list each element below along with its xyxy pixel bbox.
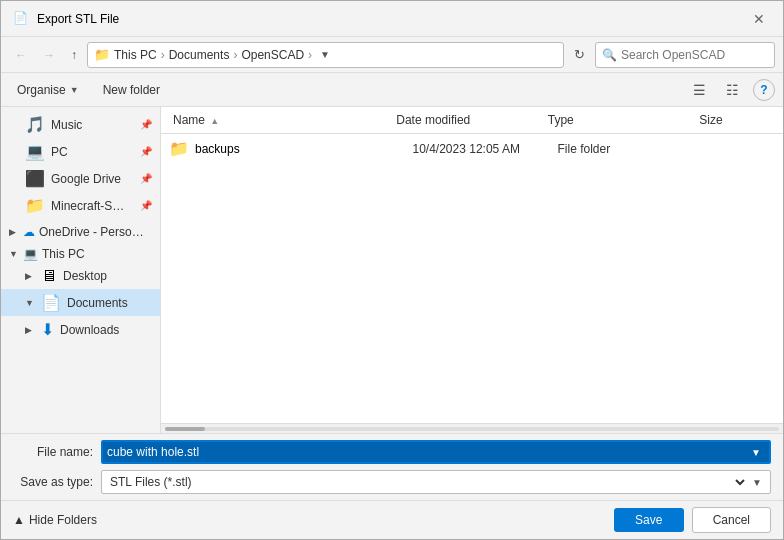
file-list: 📁 backups 10/4/2023 12:05 AM File folder [161,134,783,423]
thispc-arrow: ▼ [9,249,19,259]
file-name: backups [195,142,413,156]
new-folder-label: New folder [103,83,160,97]
pin-icon: 📌 [140,119,152,130]
col-header-date[interactable]: Date modified [392,111,544,129]
onedrive-label: OneDrive - Perso… [39,225,144,239]
close-button[interactable]: ✕ [747,9,771,29]
breadcrumb-folder-icon: 📁 [94,47,110,62]
filename-input-wrapper[interactable]: ▼ [101,440,771,464]
search-icon: 🔍 [602,48,617,62]
savetype-dropdown-button[interactable]: ▼ [748,477,766,488]
sort-arrow: ▲ [210,116,219,126]
back-button[interactable]: ← [9,44,33,66]
breadcrumb-sep-1: › [161,48,165,62]
refresh-button[interactable]: ↻ [568,43,591,66]
file-row-backups[interactable]: 📁 backups 10/4/2023 12:05 AM File folder [161,136,783,161]
hide-folders-button[interactable]: ▲ Hide Folders [13,513,97,527]
breadcrumb-sep-3: › [308,48,312,62]
onedrive-arrow: ▶ [9,227,19,237]
pin-icon: 📌 [140,146,152,157]
downloads-icon: ⬇ [41,320,54,339]
organise-label: Organise [17,83,66,97]
desktop-icon: 🖥 [41,267,57,285]
downloads-arrow: ▶ [25,325,35,335]
sidebar-item-pc[interactable]: 💻 PC 📌 [1,138,160,165]
filename-dropdown-button[interactable]: ▼ [747,447,765,458]
nav-bar: ← → ↑ 📁 This PC › Documents › OpenSCAD ›… [1,37,783,73]
toolbar: Organise ▼ New folder ☰ ☷ ? [1,73,783,107]
view-list-button[interactable]: ☰ [687,79,712,101]
cancel-button[interactable]: Cancel [692,507,771,533]
search-input[interactable] [621,48,768,62]
sidebar-item-label: Google Drive [51,172,134,186]
breadcrumb-thispc: This PC [114,48,157,62]
googledrive-icon: ⬛ [25,169,45,188]
forward-button[interactable]: → [37,44,61,66]
breadcrumb-documents: Documents [169,48,230,62]
title-bar-left: 📄 Export STL File [13,11,119,27]
thispc-label: This PC [42,247,85,261]
onedrive-icon: ☁ [23,225,35,239]
savetype-select[interactable]: STL Files (*.stl) [106,474,748,490]
savetype-label: Save as type: [13,475,93,489]
sidebar-item-minecraft[interactable]: 📁 Minecraft-S… 📌 [1,192,160,219]
organise-dropdown-arrow: ▼ [70,85,79,95]
file-type: File folder [558,142,703,156]
sidebar-item-label: PC [51,145,134,159]
savetype-row: Save as type: STL Files (*.stl) ▼ [13,470,771,494]
col-header-type[interactable]: Type [544,111,696,129]
file-list-header: Name ▲ Date modified Type Size [161,107,783,134]
folder-icon: 📁 [169,139,189,158]
up-button[interactable]: ↑ [65,44,83,66]
breadcrumb-sep-2: › [233,48,237,62]
sidebar-item-label: Desktop [63,269,152,283]
sidebar-thispc[interactable]: ▼ 💻 This PC [1,241,160,263]
help-button[interactable]: ? [753,79,775,101]
filename-label: File name: [13,445,93,459]
dialog-title: Export STL File [37,12,119,26]
sidebar-item-music[interactable]: 🎵 Music 📌 [1,111,160,138]
main-area: 🎵 Music 📌 💻 PC 📌 ⬛ Google Drive 📌 [1,107,783,433]
sidebar-onedrive[interactable]: ▶ ☁ OneDrive - Perso… [1,219,160,241]
dialog-icon: 📄 [13,11,29,27]
new-folder-button[interactable]: New folder [95,79,168,101]
organise-button[interactable]: Organise ▼ [9,79,87,101]
view-details-button[interactable]: ☷ [720,79,745,101]
documents-icon: 📄 [41,293,61,312]
pc-icon: 💻 [25,142,45,161]
search-bar[interactable]: 🔍 [595,42,775,68]
sidebar-item-label: Minecraft-S… [51,199,134,213]
hide-folders-label: Hide Folders [29,513,97,527]
breadcrumb-dropdown-arrow[interactable]: ▼ [320,49,330,60]
sidebar: 🎵 Music 📌 💻 PC 📌 ⬛ Google Drive 📌 [1,107,161,433]
desktop-arrow: ▶ [25,271,35,281]
action-row: ▲ Hide Folders Save Cancel [1,500,783,539]
pin-icon: 📌 [140,200,152,211]
title-bar: 📄 Export STL File ✕ [1,1,783,37]
file-area: Name ▲ Date modified Type Size 📁 backups [161,107,783,433]
documents-arrow: ▼ [25,298,35,308]
savetype-select-wrapper[interactable]: STL Files (*.stl) ▼ [101,470,771,494]
sidebar-item-downloads[interactable]: ▶ ⬇ Downloads [1,316,160,343]
col-header-name[interactable]: Name ▲ [169,111,392,129]
file-date: 10/4/2023 12:05 AM [413,142,558,156]
minecraft-icon: 📁 [25,196,45,215]
save-button[interactable]: Save [614,508,684,532]
sidebar-item-googledrive[interactable]: ⬛ Google Drive 📌 [1,165,160,192]
scroll-track-h [165,427,779,431]
music-icon: 🎵 [25,115,45,134]
hide-folders-arrow: ▲ [13,513,25,527]
breadcrumb-bar[interactable]: 📁 This PC › Documents › OpenSCAD › ▼ [87,42,564,68]
col-header-size[interactable]: Size [695,111,775,129]
sidebar-item-documents[interactable]: ▼ 📄 Documents [1,289,160,316]
scroll-thumb-h [165,427,205,431]
filename-input[interactable] [107,445,747,459]
horizontal-scrollbar[interactable] [161,423,783,433]
bottom-bar: File name: ▼ Save as type: STL Files (*.… [1,433,783,500]
pin-icon: 📌 [140,173,152,184]
filename-row: File name: ▼ [13,440,771,464]
sidebar-item-desktop[interactable]: ▶ 🖥 Desktop [1,263,160,289]
breadcrumb-openscad: OpenSCAD [241,48,304,62]
sidebar-item-label: Music [51,118,134,132]
export-stl-dialog: 📄 Export STL File ✕ ← → ↑ 📁 This PC › Do… [0,0,784,540]
